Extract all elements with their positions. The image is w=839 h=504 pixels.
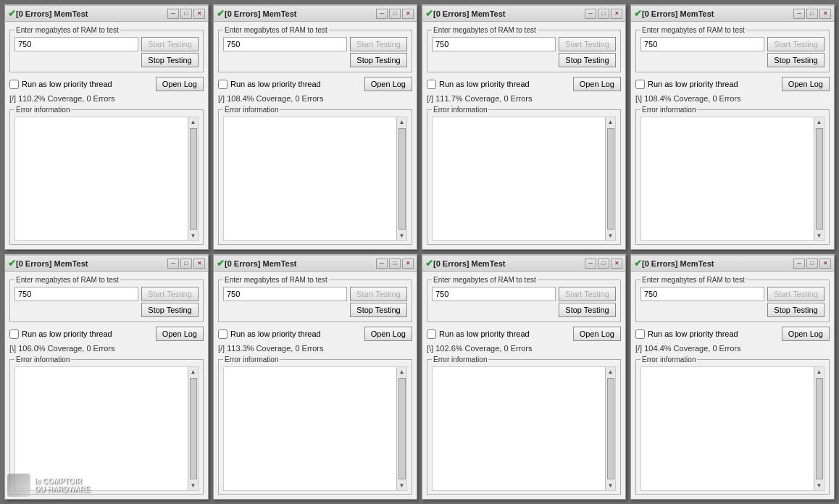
scroll-down-7[interactable]: ▼ xyxy=(608,481,614,490)
stop-testing-btn-6[interactable]: Stop Testing xyxy=(350,303,407,317)
close-btn-2[interactable]: ✕ xyxy=(402,9,414,19)
open-log-btn-4[interactable]: Open Log xyxy=(782,77,830,91)
scroll-thumb-7[interactable] xyxy=(607,378,614,479)
stop-testing-btn-1[interactable]: Stop Testing xyxy=(141,53,199,67)
scroll-up-6[interactable]: ▲ xyxy=(399,367,405,377)
scroll-up-3[interactable]: ▲ xyxy=(608,117,614,127)
scroll-thumb-5[interactable] xyxy=(190,378,197,479)
open-log-btn-3[interactable]: Open Log xyxy=(573,77,621,91)
scroll-down-5[interactable]: ▼ xyxy=(191,481,196,490)
start-testing-btn-5[interactable]: Start Testing xyxy=(141,287,199,301)
start-testing-btn-6[interactable]: Start Testing xyxy=(350,287,407,301)
open-log-btn-5[interactable]: Open Log xyxy=(156,327,204,341)
close-btn-5[interactable]: ✕ xyxy=(193,259,205,269)
scrollbar-6[interactable]: ▲ ▼ xyxy=(396,367,406,490)
minimize-btn-3[interactable]: ─ xyxy=(585,9,596,19)
stop-testing-btn-8[interactable]: Stop Testing xyxy=(767,303,825,317)
open-log-btn-2[interactable]: Open Log xyxy=(364,77,412,91)
maximize-btn-8[interactable]: □ xyxy=(806,259,818,269)
ram-input-2[interactable] xyxy=(223,37,347,51)
close-btn-8[interactable]: ✕ xyxy=(819,259,831,269)
scroll-up-5[interactable]: ▲ xyxy=(191,367,196,377)
close-btn-1[interactable]: ✕ xyxy=(193,9,205,19)
scrollbar-5[interactable]: ▲ ▼ xyxy=(188,367,198,490)
scrollbar-4[interactable]: ▲ ▼ xyxy=(814,117,824,240)
scroll-thumb-2[interactable] xyxy=(398,128,406,230)
scroll-down-1[interactable]: ▼ xyxy=(191,231,196,240)
scroll-thumb-6[interactable] xyxy=(398,378,406,479)
open-log-btn-8[interactable]: Open Log xyxy=(782,327,830,341)
scrollbar-2[interactable]: ▲ ▼ xyxy=(396,117,406,240)
priority-checkbox-4[interactable] xyxy=(635,80,645,89)
minimize-btn-8[interactable]: ─ xyxy=(793,259,805,269)
priority-checkbox-7[interactable] xyxy=(427,329,436,339)
stop-testing-btn-2[interactable]: Stop Testing xyxy=(350,53,407,67)
scrollbar-7[interactable]: ▲ ▼ xyxy=(605,367,615,490)
minimize-btn-5[interactable]: ─ xyxy=(167,259,179,269)
stop-testing-btn-7[interactable]: Stop Testing xyxy=(559,303,616,317)
scroll-up-7[interactable]: ▲ xyxy=(608,367,614,377)
scroll-thumb-1[interactable] xyxy=(190,128,197,230)
open-log-btn-7[interactable]: Open Log xyxy=(573,327,621,341)
scroll-up-4[interactable]: ▲ xyxy=(817,117,822,127)
ram-input-6[interactable] xyxy=(223,287,347,301)
window-content-4: Enter megabytes of RAM to test Start Tes… xyxy=(631,22,834,249)
ram-input-8[interactable] xyxy=(640,287,764,301)
stop-testing-btn-5[interactable]: Stop Testing xyxy=(141,303,199,317)
scroll-up-8[interactable]: ▲ xyxy=(817,367,822,377)
start-testing-btn-3[interactable]: Start Testing xyxy=(559,37,616,51)
ram-input-5[interactable] xyxy=(14,287,138,301)
minimize-btn-1[interactable]: ─ xyxy=(167,9,179,19)
start-testing-btn-8[interactable]: Start Testing xyxy=(767,287,825,301)
scroll-up-2[interactable]: ▲ xyxy=(399,117,405,127)
maximize-btn-4[interactable]: □ xyxy=(806,9,818,19)
error-area-6: ▲ ▼ xyxy=(223,366,407,491)
maximize-btn-1[interactable]: □ xyxy=(180,9,192,19)
open-log-btn-6[interactable]: Open Log xyxy=(364,327,412,341)
scroll-up-1[interactable]: ▲ xyxy=(191,117,196,127)
close-btn-7[interactable]: ✕ xyxy=(611,259,622,269)
close-btn-6[interactable]: ✕ xyxy=(402,259,414,269)
maximize-btn-2[interactable]: □ xyxy=(389,9,401,19)
open-log-btn-1[interactable]: Open Log xyxy=(156,77,204,91)
maximize-btn-3[interactable]: □ xyxy=(598,9,609,19)
priority-checkbox-2[interactable] xyxy=(218,80,228,89)
scroll-thumb-8[interactable] xyxy=(816,378,823,479)
scroll-thumb-4[interactable] xyxy=(816,128,823,230)
priority-checkbox-3[interactable] xyxy=(427,80,436,89)
stop-testing-btn-4[interactable]: Stop Testing xyxy=(767,53,825,67)
priority-checkbox-6[interactable] xyxy=(218,329,228,339)
priority-checkbox-8[interactable] xyxy=(635,329,645,339)
stop-testing-btn-3[interactable]: Stop Testing xyxy=(559,53,616,67)
minimize-btn-7[interactable]: ─ xyxy=(585,259,596,269)
priority-checkbox-1[interactable] xyxy=(9,80,19,89)
scroll-down-3[interactable]: ▼ xyxy=(608,231,614,240)
ram-input-3[interactable] xyxy=(432,37,556,51)
maximize-btn-7[interactable]: □ xyxy=(598,259,609,269)
close-btn-3[interactable]: ✕ xyxy=(611,9,622,19)
ram-input-4[interactable] xyxy=(640,37,764,51)
scroll-down-8[interactable]: ▼ xyxy=(817,481,822,490)
minimize-btn-2[interactable]: ─ xyxy=(376,9,388,19)
test-buttons-2: Start Testing Stop Testing xyxy=(350,37,407,67)
scroll-down-6[interactable]: ▼ xyxy=(399,481,405,490)
start-testing-btn-7[interactable]: Start Testing xyxy=(559,287,616,301)
scrollbar-8[interactable]: ▲ ▼ xyxy=(814,367,824,490)
minimize-btn-4[interactable]: ─ xyxy=(793,9,805,19)
maximize-btn-6[interactable]: □ xyxy=(389,259,401,269)
scrollbar-1[interactable]: ▲ ▼ xyxy=(188,117,198,240)
scroll-thumb-3[interactable] xyxy=(607,128,614,230)
start-testing-btn-1[interactable]: Start Testing xyxy=(141,37,199,51)
priority-checkbox-5[interactable] xyxy=(9,329,19,339)
scroll-down-2[interactable]: ▼ xyxy=(399,231,405,240)
close-btn-4[interactable]: ✕ xyxy=(819,9,831,19)
ram-input-7[interactable] xyxy=(432,287,556,301)
scrollbar-3[interactable]: ▲ ▼ xyxy=(605,117,615,240)
ram-input-col-1 xyxy=(14,37,138,51)
start-testing-btn-4[interactable]: Start Testing xyxy=(767,37,825,51)
scroll-down-4[interactable]: ▼ xyxy=(817,231,822,240)
ram-input-1[interactable] xyxy=(14,37,138,51)
minimize-btn-6[interactable]: ─ xyxy=(376,259,388,269)
start-testing-btn-2[interactable]: Start Testing xyxy=(350,37,407,51)
maximize-btn-5[interactable]: □ xyxy=(180,259,192,269)
